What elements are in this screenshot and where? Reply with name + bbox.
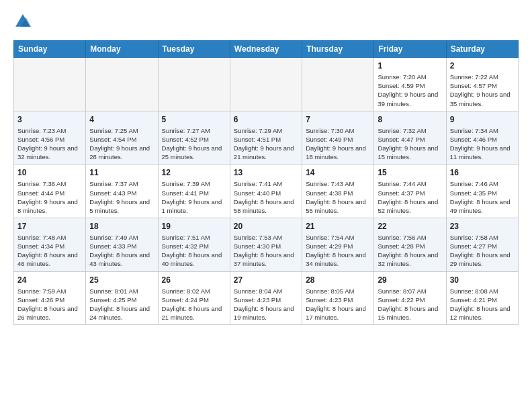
day-number: 19 xyxy=(162,221,226,232)
day-number: 20 xyxy=(234,221,298,232)
calendar-cell: 8Sunrise: 7:32 AM Sunset: 4:47 PM Daylig… xyxy=(374,111,446,165)
calendar-cell: 24Sunrise: 7:59 AM Sunset: 4:26 PM Dayli… xyxy=(14,271,86,325)
day-number: 28 xyxy=(306,275,370,285)
day-info: Sunrise: 7:29 AM Sunset: 4:51 PM Dayligh… xyxy=(234,126,298,161)
day-number: 9 xyxy=(450,114,515,125)
weekday-header-thursday: Thursday xyxy=(302,41,374,58)
day-number: 4 xyxy=(89,114,154,125)
calendar-cell: 21Sunrise: 7:54 AM Sunset: 4:29 PM Dayli… xyxy=(302,218,374,271)
weekday-header-monday: Monday xyxy=(86,41,158,58)
calendar-cell: 6Sunrise: 7:29 AM Sunset: 4:51 PM Daylig… xyxy=(230,111,302,165)
day-number: 7 xyxy=(306,114,370,125)
calendar-cell: 4Sunrise: 7:25 AM Sunset: 4:54 PM Daylig… xyxy=(86,111,158,165)
day-info: Sunrise: 7:22 AM Sunset: 4:57 PM Dayligh… xyxy=(450,73,515,107)
logo-icon xyxy=(13,12,32,31)
day-number: 2 xyxy=(450,60,515,71)
day-info: Sunrise: 7:44 AM Sunset: 4:37 PM Dayligh… xyxy=(378,179,442,214)
day-info: Sunrise: 7:43 AM Sunset: 4:38 PM Dayligh… xyxy=(306,179,370,214)
day-info: Sunrise: 7:36 AM Sunset: 4:44 PM Dayligh… xyxy=(17,179,82,214)
day-number: 21 xyxy=(306,221,370,232)
weekday-header-saturday: Saturday xyxy=(446,41,518,58)
calendar-cell: 18Sunrise: 7:49 AM Sunset: 4:33 PM Dayli… xyxy=(86,218,158,271)
week-row-1: 1Sunrise: 7:20 AM Sunset: 4:59 PM Daylig… xyxy=(14,58,519,111)
calendar-cell: 16Sunrise: 7:46 AM Sunset: 4:35 PM Dayli… xyxy=(446,165,518,218)
calendar-cell xyxy=(14,58,86,111)
day-number: 30 xyxy=(450,275,515,285)
week-row-4: 17Sunrise: 7:48 AM Sunset: 4:34 PM Dayli… xyxy=(14,218,519,271)
page: SundayMondayTuesdayWednesdayThursdayFrid… xyxy=(0,0,532,333)
day-info: Sunrise: 7:58 AM Sunset: 4:27 PM Dayligh… xyxy=(450,233,515,268)
day-info: Sunrise: 7:25 AM Sunset: 4:54 PM Dayligh… xyxy=(89,126,154,161)
day-info: Sunrise: 7:32 AM Sunset: 4:47 PM Dayligh… xyxy=(378,126,442,161)
day-number: 17 xyxy=(17,221,82,232)
weekday-header-tuesday: Tuesday xyxy=(158,41,230,58)
day-info: Sunrise: 8:01 AM Sunset: 4:25 PM Dayligh… xyxy=(89,287,154,322)
day-number: 13 xyxy=(234,167,298,178)
day-number: 10 xyxy=(17,167,82,178)
week-row-5: 24Sunrise: 7:59 AM Sunset: 4:26 PM Dayli… xyxy=(14,271,519,325)
calendar-cell: 29Sunrise: 8:07 AM Sunset: 4:22 PM Dayli… xyxy=(374,271,446,325)
day-info: Sunrise: 7:27 AM Sunset: 4:52 PM Dayligh… xyxy=(162,126,226,161)
day-info: Sunrise: 7:39 AM Sunset: 4:41 PM Dayligh… xyxy=(162,179,226,214)
day-number: 16 xyxy=(450,167,515,178)
day-number: 6 xyxy=(234,114,298,125)
logo xyxy=(13,12,35,31)
day-info: Sunrise: 7:37 AM Sunset: 4:43 PM Dayligh… xyxy=(89,179,154,214)
day-number: 26 xyxy=(162,275,226,285)
day-info: Sunrise: 7:41 AM Sunset: 4:40 PM Dayligh… xyxy=(234,179,298,214)
calendar-table: SundayMondayTuesdayWednesdayThursdayFrid… xyxy=(13,40,519,325)
calendar-cell: 25Sunrise: 8:01 AM Sunset: 4:25 PM Dayli… xyxy=(86,271,158,325)
day-info: Sunrise: 7:51 AM Sunset: 4:32 PM Dayligh… xyxy=(162,233,226,268)
calendar-cell: 1Sunrise: 7:20 AM Sunset: 4:59 PM Daylig… xyxy=(374,58,446,111)
calendar-cell: 20Sunrise: 7:53 AM Sunset: 4:30 PM Dayli… xyxy=(230,218,302,271)
day-info: Sunrise: 7:48 AM Sunset: 4:34 PM Dayligh… xyxy=(17,233,82,268)
day-info: Sunrise: 7:30 AM Sunset: 4:49 PM Dayligh… xyxy=(306,126,370,161)
weekday-header-row: SundayMondayTuesdayWednesdayThursdayFrid… xyxy=(14,41,519,58)
day-info: Sunrise: 8:08 AM Sunset: 4:21 PM Dayligh… xyxy=(450,287,515,322)
calendar-cell: 28Sunrise: 8:05 AM Sunset: 4:23 PM Dayli… xyxy=(302,271,374,325)
calendar-cell: 22Sunrise: 7:56 AM Sunset: 4:28 PM Dayli… xyxy=(374,218,446,271)
day-info: Sunrise: 7:54 AM Sunset: 4:29 PM Dayligh… xyxy=(306,233,370,268)
calendar-cell: 19Sunrise: 7:51 AM Sunset: 4:32 PM Dayli… xyxy=(158,218,230,271)
day-info: Sunrise: 8:02 AM Sunset: 4:24 PM Dayligh… xyxy=(162,287,226,322)
calendar-cell: 27Sunrise: 8:04 AM Sunset: 4:23 PM Dayli… xyxy=(230,271,302,325)
calendar-cell: 10Sunrise: 7:36 AM Sunset: 4:44 PM Dayli… xyxy=(14,165,86,218)
weekday-header-wednesday: Wednesday xyxy=(230,41,302,58)
day-number: 18 xyxy=(89,221,154,232)
calendar-cell: 2Sunrise: 7:22 AM Sunset: 4:57 PM Daylig… xyxy=(446,58,518,111)
calendar-cell: 17Sunrise: 7:48 AM Sunset: 4:34 PM Dayli… xyxy=(14,218,86,271)
calendar-cell: 7Sunrise: 7:30 AM Sunset: 4:49 PM Daylig… xyxy=(302,111,374,165)
day-info: Sunrise: 7:20 AM Sunset: 4:59 PM Dayligh… xyxy=(378,73,442,107)
header xyxy=(13,12,519,31)
day-number: 23 xyxy=(450,221,515,232)
day-number: 15 xyxy=(378,167,442,178)
calendar-cell xyxy=(86,58,158,111)
day-number: 1 xyxy=(378,60,442,71)
day-number: 3 xyxy=(17,114,82,125)
day-info: Sunrise: 7:34 AM Sunset: 4:46 PM Dayligh… xyxy=(450,126,515,161)
calendar-cell: 26Sunrise: 8:02 AM Sunset: 4:24 PM Dayli… xyxy=(158,271,230,325)
day-info: Sunrise: 7:53 AM Sunset: 4:30 PM Dayligh… xyxy=(234,233,298,268)
weekday-header-friday: Friday xyxy=(374,41,446,58)
calendar-cell xyxy=(302,58,374,111)
day-number: 24 xyxy=(17,275,82,285)
calendar-cell: 30Sunrise: 8:08 AM Sunset: 4:21 PM Dayli… xyxy=(446,271,518,325)
weekday-header-sunday: Sunday xyxy=(14,41,86,58)
day-number: 29 xyxy=(378,275,442,285)
calendar-cell: 9Sunrise: 7:34 AM Sunset: 4:46 PM Daylig… xyxy=(446,111,518,165)
day-number: 25 xyxy=(89,275,154,285)
day-number: 5 xyxy=(162,114,226,125)
calendar-cell: 3Sunrise: 7:23 AM Sunset: 4:56 PM Daylig… xyxy=(14,111,86,165)
day-info: Sunrise: 7:46 AM Sunset: 4:35 PM Dayligh… xyxy=(450,179,515,214)
day-info: Sunrise: 7:59 AM Sunset: 4:26 PM Dayligh… xyxy=(17,287,82,322)
calendar-cell: 15Sunrise: 7:44 AM Sunset: 4:37 PM Dayli… xyxy=(374,165,446,218)
week-row-2: 3Sunrise: 7:23 AM Sunset: 4:56 PM Daylig… xyxy=(14,111,519,165)
day-info: Sunrise: 8:07 AM Sunset: 4:22 PM Dayligh… xyxy=(378,287,442,322)
calendar-cell: 12Sunrise: 7:39 AM Sunset: 4:41 PM Dayli… xyxy=(158,165,230,218)
day-info: Sunrise: 7:49 AM Sunset: 4:33 PM Dayligh… xyxy=(89,233,154,268)
day-number: 8 xyxy=(378,114,442,125)
calendar-cell xyxy=(230,58,302,111)
day-number: 11 xyxy=(89,167,154,178)
calendar-cell: 23Sunrise: 7:58 AM Sunset: 4:27 PM Dayli… xyxy=(446,218,518,271)
calendar-cell: 11Sunrise: 7:37 AM Sunset: 4:43 PM Dayli… xyxy=(86,165,158,218)
